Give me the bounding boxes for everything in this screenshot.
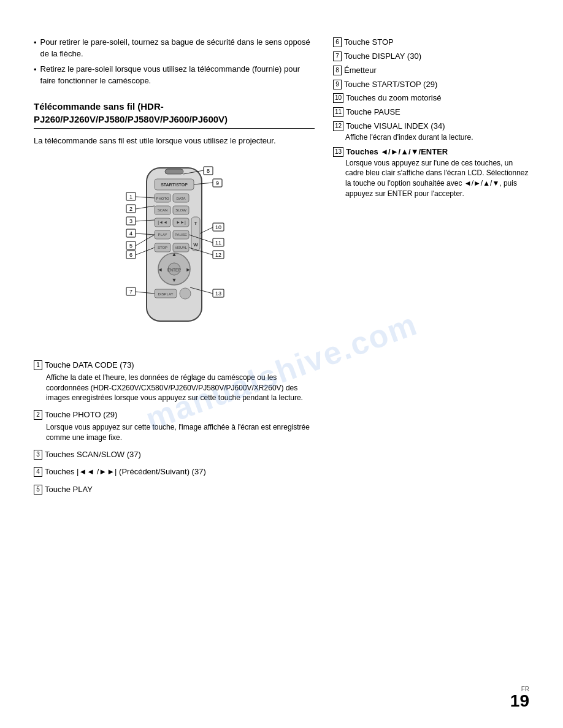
- left-column: • Pour retirer le pare-soleil, tournez s…: [34, 37, 315, 347]
- svg-text:DISPLAY: DISPLAY: [158, 292, 174, 296]
- right-entry: 10Touches du zoom motorisé: [333, 93, 529, 104]
- svg-text:DATA: DATA: [176, 197, 185, 200]
- entry-text: Touche DISPLAY (30): [344, 51, 421, 63]
- bottom-entry: 3Touches SCAN/SLOW (37): [34, 449, 315, 461]
- entry-number: 7: [333, 51, 342, 61]
- remote-svg: START/STOP PHOTO DATA SCAN SLOW |◄◄ ►►|: [113, 156, 236, 339]
- bottom-entry: 2Touche PHOTO (29)Lorsque vous appuyez s…: [34, 409, 315, 442]
- right-entries-list: 6Touche STOP7Touche DISPLAY (30)8Émetteu…: [333, 37, 529, 199]
- bottom-entry-number: 1: [34, 360, 42, 370]
- svg-text:1: 1: [129, 194, 132, 200]
- svg-text:5: 5: [129, 243, 132, 249]
- right-column: 6Touche STOP7Touche DISPLAY (30)8Émetteu…: [333, 37, 529, 347]
- entry-text: Touches du zoom motorisé: [346, 93, 441, 104]
- entry-text: Touche PAUSE: [346, 107, 400, 118]
- right-entry: 9Touche START/STOP (29): [333, 79, 529, 91]
- svg-point-36: [180, 288, 191, 299]
- svg-text:►: ►: [186, 267, 191, 273]
- page-number: 19: [510, 692, 529, 710]
- svg-text:SLOW: SLOW: [175, 208, 186, 212]
- right-entry: 13Touches ◄/►/▲/▼/ENTERLorsque vous appu…: [333, 146, 529, 199]
- svg-text:9: 9: [216, 180, 219, 186]
- bullet-list: • Pour retirer le pare-soleil, tournez s…: [34, 37, 315, 86]
- svg-text:START/STOP: START/STOP: [161, 183, 188, 187]
- svg-text:ENTER: ENTER: [167, 268, 181, 272]
- entry-text: Touches ◄/►/▲/▼/ENTER: [346, 146, 448, 158]
- svg-rect-1: [165, 169, 183, 174]
- svg-text:T: T: [194, 221, 197, 226]
- svg-text:SCAN: SCAN: [158, 208, 168, 212]
- bullet-text-2: Retirez le pare-soleil lorsque vous util…: [40, 64, 315, 87]
- entry-number: 12: [333, 121, 343, 131]
- bottom-entry-number: 5: [34, 485, 42, 495]
- section-title: Télécommande sans fil (HDR-PJ260/PJ260V/…: [34, 100, 315, 129]
- bottom-entries-list: 1Touche DATA CODE (73)Affiche la date et…: [34, 360, 529, 502]
- bottom-entry: 5Touche PLAY: [34, 484, 315, 496]
- bullet-item-2: • Retirez le pare-soleil lorsque vous ut…: [34, 64, 315, 87]
- right-entry: 6Touche STOP: [333, 37, 529, 48]
- svg-text:W: W: [193, 242, 198, 248]
- bullet-dot-1: •: [34, 37, 37, 49]
- entry-number: 6: [333, 37, 342, 47]
- svg-text:▼: ▼: [172, 277, 177, 283]
- bottom-entry-title: Touche PHOTO (29): [45, 409, 117, 421]
- bottom-left: 1Touche DATA CODE (73)Affiche la date et…: [34, 360, 315, 502]
- entry-number: 10: [333, 93, 343, 103]
- entry-text: Touche VISUAL INDEX (34): [346, 121, 445, 132]
- page: manualshive.com • Pour retirer le pare-s…: [0, 0, 563, 728]
- svg-text:12: 12: [215, 252, 221, 258]
- svg-text:6: 6: [129, 252, 132, 258]
- bullet-item-1: • Pour retirer le pare-soleil, tournez s…: [34, 37, 315, 60]
- bottom-entry-title: Touches |◄◄ /►►| (Précédent/Suivant) (37…: [45, 466, 206, 478]
- intro-text: La télécommande sans fil est utile lorsq…: [34, 135, 315, 147]
- svg-text:3: 3: [129, 218, 132, 224]
- svg-text:PHOTO: PHOTO: [156, 197, 169, 200]
- svg-text:PLAY: PLAY: [158, 233, 167, 237]
- svg-text:VISUAL: VISUAL: [175, 246, 187, 249]
- right-entry: 8Émetteur: [333, 65, 529, 77]
- entry-sub: Affiche l'écran d'index durant la lectur…: [345, 132, 529, 143]
- svg-text:2: 2: [129, 206, 132, 212]
- remote-diagram: START/STOP PHOTO DATA SCAN SLOW |◄◄ ►►|: [113, 156, 236, 341]
- entry-text: Touche STOP: [344, 37, 394, 48]
- svg-text:7: 7: [129, 289, 132, 295]
- entry-number: 9: [333, 80, 342, 89]
- svg-text:13: 13: [215, 290, 221, 297]
- entry-number: 11: [333, 107, 343, 117]
- entry-text: Touche START/STOP (29): [344, 79, 437, 91]
- entry-number: 13: [333, 147, 343, 157]
- svg-text:◄: ◄: [158, 267, 163, 273]
- bottom-entry: 1Touche DATA CODE (73)Affiche la date et…: [34, 360, 315, 403]
- right-entry: 11Touche PAUSE: [333, 107, 529, 118]
- bullet-text-1: Pour retirer le pare-soleil, tournez sa …: [40, 37, 315, 60]
- entry-number: 8: [333, 66, 342, 75]
- right-entry: 7Touche DISPLAY (30): [333, 51, 529, 63]
- main-layout: • Pour retirer le pare-soleil, tournez s…: [34, 37, 529, 347]
- bottom-entry-number: 4: [34, 467, 42, 477]
- svg-text:PAUSE: PAUSE: [175, 233, 187, 237]
- svg-text:►►|: ►►|: [176, 220, 186, 225]
- right-entry: 12Touche VISUAL INDEX (34)Affiche l'écra…: [333, 121, 529, 143]
- bottom-entry-title: Touche DATA CODE (73): [45, 360, 134, 371]
- svg-text:▲: ▲: [172, 251, 177, 257]
- svg-text:10: 10: [215, 224, 221, 230]
- svg-text:|◄◄: |◄◄: [158, 220, 167, 225]
- page-number-area: FR 19: [510, 686, 529, 710]
- bottom-entry-number: 2: [34, 410, 42, 420]
- svg-text:8: 8: [207, 168, 210, 174]
- bottom-entry: 4Touches |◄◄ /►►| (Précédent/Suivant) (3…: [34, 466, 315, 478]
- bottom-section: 1Touche DATA CODE (73)Affiche la date et…: [34, 360, 529, 502]
- bottom-entry-title: Touches SCAN/SLOW (37): [45, 449, 141, 461]
- svg-text:STOP: STOP: [158, 246, 167, 249]
- bottom-entry-number: 3: [34, 450, 42, 460]
- svg-text:4: 4: [129, 230, 132, 237]
- bottom-entry-desc: Lorsque vous appuyez sur cette touche, l…: [46, 422, 315, 443]
- bullet-dot-2: •: [34, 64, 37, 76]
- entry-text: Émetteur: [344, 65, 377, 77]
- entry-sub: Lorsque vous appuyez sur l'une de ces to…: [345, 158, 529, 199]
- bottom-entry-desc: Affiche la date et l'heure, les données …: [46, 373, 315, 403]
- bottom-entry-title: Touche PLAY: [45, 484, 93, 496]
- bottom-right: [333, 360, 529, 502]
- svg-text:11: 11: [215, 240, 221, 246]
